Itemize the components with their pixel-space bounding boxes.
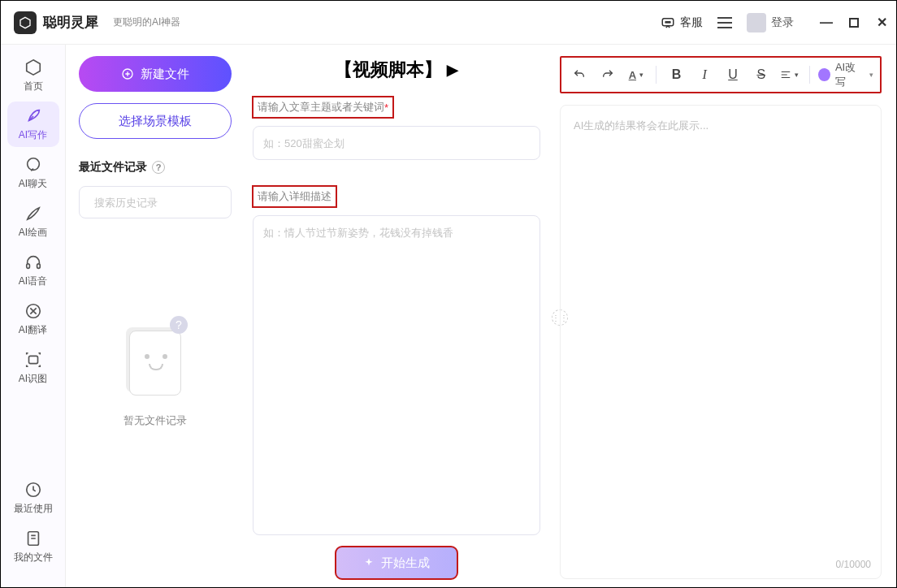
avatar-icon <box>747 13 766 32</box>
help-icon[interactable]: ? <box>152 161 165 174</box>
svg-rect-8 <box>26 263 29 268</box>
editor-toolbar: A▾ B I U S ▾ AI改写 ▾ <box>560 56 882 93</box>
image-scan-icon <box>24 351 42 369</box>
ai-rewrite-button[interactable]: AI改写 ▾ <box>818 60 873 89</box>
align-icon <box>780 69 791 80</box>
file-panel: 新建文件 选择场景模板 最近文件记录 ? ? 暂无文件记录 <box>66 45 245 587</box>
underline-button[interactable]: U <box>722 63 745 87</box>
login-label: 登录 <box>771 15 794 30</box>
svg-marker-6 <box>26 59 40 74</box>
app-window: 聪明灵犀 更聪明的AI神器 客服 登录 — ✕ <box>0 0 897 588</box>
empty-illustration: ? <box>118 316 193 405</box>
toolbar-separator <box>656 66 656 84</box>
logo-icon <box>14 11 37 34</box>
titlebar: 聪明灵犀 更聪明的AI神器 客服 登录 — ✕ <box>1 1 896 45</box>
sparkle-icon <box>363 557 375 569</box>
nav-ai-translate[interactable]: AI翻译 <box>7 296 59 342</box>
logo: 聪明灵犀 更聪明的AI神器 <box>14 11 180 34</box>
file-icon <box>24 530 42 547</box>
svg-point-7 <box>27 158 39 170</box>
home-icon <box>24 58 42 76</box>
svg-point-2 <box>665 21 667 23</box>
char-count: 0/10000 <box>836 559 871 570</box>
nav-label: 我的文件 <box>14 551 53 564</box>
nav-label: AI写作 <box>19 128 47 142</box>
nav-label: AI翻译 <box>19 323 47 337</box>
kefu-button[interactable]: 客服 <box>661 15 703 30</box>
select-template-label: 选择场景模板 <box>119 114 192 129</box>
svg-rect-9 <box>37 263 40 268</box>
nav-ai-voice[interactable]: AI语音 <box>7 248 59 293</box>
brush-icon <box>24 205 42 223</box>
nav-label: AI聊天 <box>19 177 47 191</box>
nav-label: 首页 <box>24 80 43 93</box>
detail-textarea[interactable] <box>253 215 540 535</box>
window-controls: — ✕ <box>820 16 888 29</box>
empty-state: ? 暂无文件记录 <box>79 316 232 428</box>
italic-button[interactable]: I <box>693 63 717 87</box>
select-template-button[interactable]: 选择场景模板 <box>79 103 232 139</box>
nav-my-files[interactable]: 我的文件 <box>7 524 59 569</box>
maximize-button[interactable] <box>847 16 860 29</box>
bold-button[interactable]: B <box>665 63 688 87</box>
svg-rect-5 <box>850 19 858 27</box>
editor-panel: ⋮⋮ A▾ B I U S ▾ AI改写 ▾ <box>555 45 896 587</box>
menu-button[interactable] <box>717 17 732 28</box>
svg-point-3 <box>667 21 669 23</box>
nav-ai-chat[interactable]: AI聊天 <box>7 150 59 196</box>
nav-home[interactable]: 首页 <box>7 53 59 98</box>
svg-marker-0 <box>20 17 30 28</box>
toolbar-separator <box>809 66 810 84</box>
nav-label: AI识图 <box>19 372 47 386</box>
redo-button[interactable] <box>596 63 620 87</box>
undo-icon <box>573 68 586 81</box>
generate-button[interactable]: 开始生成 <box>336 547 457 579</box>
nav-ai-image[interactable]: AI识图 <box>7 345 59 391</box>
feather-icon <box>24 107 42 125</box>
nav-label: AI绘画 <box>19 226 47 240</box>
recent-files-label: 最近文件记录 <box>79 160 147 175</box>
redo-icon <box>601 68 614 81</box>
editor-output[interactable]: AI生成的结果将会在此展示... 0/10000 <box>560 105 882 579</box>
play-icon[interactable]: ▶ <box>447 61 458 79</box>
titlebar-right: 客服 登录 — ✕ <box>661 13 888 32</box>
generate-label: 开始生成 <box>381 556 430 571</box>
headphone-icon <box>24 253 42 271</box>
align-button[interactable]: ▾ <box>778 63 801 87</box>
app-tagline: 更聪明的AI神器 <box>113 15 180 29</box>
nav-ai-draw[interactable]: AI绘画 <box>7 199 59 244</box>
left-nav: 首页 AI写作 AI聊天 AI绘画 AI语音 AI翻译 <box>1 45 66 587</box>
clock-icon <box>24 481 42 499</box>
editor-placeholder: AI生成的结果将会在此展示... <box>574 119 708 132</box>
plus-circle-icon <box>121 67 134 80</box>
kefu-label: 客服 <box>680 15 703 30</box>
font-color-button[interactable]: A▾ <box>624 63 648 87</box>
app-name: 聪明灵犀 <box>43 13 98 32</box>
page-heading-text: 【视频脚本】 <box>335 58 442 82</box>
detail-label: 请输入详细描述 <box>253 186 336 207</box>
strikethrough-button[interactable]: S <box>749 63 773 87</box>
nav-label: 最近使用 <box>14 502 53 516</box>
nav-label: AI语音 <box>19 275 47 288</box>
ai-rewrite-label: AI改写 <box>835 60 864 89</box>
topic-input[interactable] <box>253 126 540 160</box>
ai-icon <box>818 68 830 81</box>
close-button[interactable]: ✕ <box>875 16 888 29</box>
svg-point-4 <box>670 21 671 23</box>
empty-text: 暂无文件记录 <box>124 413 187 428</box>
new-file-label: 新建文件 <box>141 67 189 82</box>
login-button[interactable]: 登录 <box>747 13 794 32</box>
minimize-button[interactable]: — <box>820 16 833 29</box>
search-history[interactable] <box>79 186 232 218</box>
translate-icon <box>24 302 42 320</box>
new-file-button[interactable]: 新建文件 <box>79 56 232 92</box>
undo-button[interactable] <box>568 63 592 87</box>
search-input[interactable] <box>94 197 231 209</box>
nav-ai-write[interactable]: AI写作 <box>7 102 59 147</box>
page-heading: 【视频脚本】 ▶ <box>253 58 540 82</box>
chat-icon <box>661 15 675 30</box>
topic-label: 请输入文章主题或者关键词 <box>253 97 393 118</box>
form-panel: 【视频脚本】 ▶ 请输入文章主题或者关键词 请输入详细描述 开始生成 <box>245 45 555 587</box>
nav-recent[interactable]: 最近使用 <box>7 475 59 521</box>
recent-files-heading: 最近文件记录 ? <box>79 160 232 175</box>
